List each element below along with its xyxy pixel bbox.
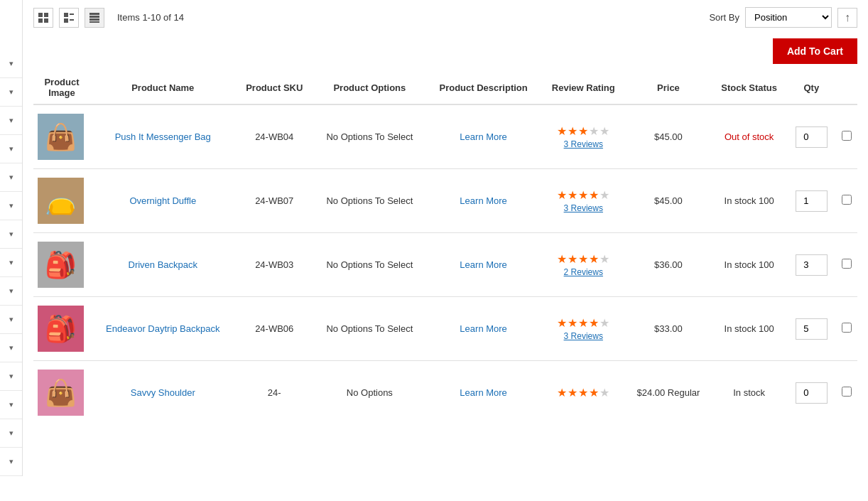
reviews-link[interactable]: 2 Reviews	[545, 267, 622, 277]
table-row: 🎒 Driven Backpack 24-WB03 No Options To …	[33, 233, 857, 297]
product-image: 🎒	[38, 306, 84, 352]
product-description-cell: Learn More	[426, 104, 541, 169]
qty-input[interactable]	[796, 254, 828, 276]
svg-rect-4	[64, 13, 68, 17]
qty-input[interactable]	[796, 382, 828, 404]
row-checkbox[interactable]	[842, 195, 852, 205]
stock-status: In stock	[733, 387, 765, 398]
qty-input[interactable]	[796, 126, 828, 148]
svg-rect-8	[89, 13, 99, 15]
stock-status: Out of stock	[725, 131, 774, 142]
learn-more-link[interactable]: Learn More	[460, 387, 506, 398]
toolbar: Items 1-10 of 14 Sort By Position Produc…	[33, 7, 857, 28]
learn-more-link[interactable]: Learn More	[460, 259, 506, 270]
bag-icon: 🎒	[45, 250, 77, 280]
col-header-description: Product Description	[426, 71, 541, 104]
bag-icon: 👜	[45, 122, 77, 152]
product-image: 👜	[38, 114, 84, 160]
product-name-link[interactable]: Push It Messenger Bag	[94, 131, 232, 142]
sidebar-item-8[interactable]: ▾	[0, 249, 22, 277]
qty-input[interactable]	[796, 318, 828, 340]
sidebar-item-9[interactable]: ▾	[0, 277, 22, 306]
sidebar-item-7[interactable]: ▾	[0, 220, 22, 249]
sidebar-item-13[interactable]: ▾	[0, 391, 22, 419]
sidebar-item-3[interactable]: ▾	[0, 107, 22, 135]
table-row: 👜 Push It Messenger Bag 24-WB04 No Optio…	[33, 104, 857, 169]
product-rating-cell: ★★★★★ 3 Reviews	[541, 104, 626, 169]
qty-input[interactable]	[796, 190, 828, 212]
product-options-cell: No Options To Select	[313, 297, 426, 361]
reviews-link[interactable]: 3 Reviews	[545, 203, 622, 213]
svg-rect-1	[44, 13, 48, 17]
product-image: 🎒	[38, 242, 84, 288]
product-name-link[interactable]: Endeavor Daytrip Backpack	[94, 323, 232, 334]
product-price-cell: $33.00	[626, 297, 711, 361]
add-to-cart-button[interactable]: Add To Cart	[773, 38, 857, 64]
product-price-cell: $45.00	[626, 104, 711, 169]
learn-more-link[interactable]: Learn More	[460, 195, 506, 206]
product-select-cell	[835, 169, 857, 233]
col-header-options: Product Options	[313, 71, 426, 104]
learn-more-link[interactable]: Learn More	[460, 323, 506, 334]
svg-rect-6	[64, 18, 68, 23]
product-image-cell: 🎒	[33, 233, 90, 297]
row-checkbox[interactable]	[842, 323, 852, 333]
product-sku-cell: 24-WB07	[236, 169, 313, 233]
view-table-button[interactable]	[85, 8, 104, 28]
product-price-cell: $36.00	[626, 233, 711, 297]
reviews-link[interactable]: 3 Reviews	[545, 139, 622, 149]
toolbar-left: Items 1-10 of 14	[33, 8, 184, 28]
svg-rect-7	[70, 19, 74, 21]
product-name-cell: Savvy Shoulder	[90, 361, 236, 425]
product-image: 👝	[38, 178, 84, 224]
sidebar-item-6[interactable]: ▾	[0, 192, 22, 220]
product-name-link[interactable]: Savvy Shoulder	[94, 387, 232, 398]
svg-rect-5	[70, 14, 74, 15]
product-stock-cell: In stock 100	[711, 169, 788, 233]
sidebar-item-4[interactable]: ▾	[0, 135, 22, 163]
view-grid-button[interactable]	[33, 8, 53, 28]
view-list-button[interactable]	[59, 8, 79, 28]
sort-direction-button[interactable]: ↑	[837, 8, 857, 28]
main-content: Items 1-10 of 14 Sort By Position Produc…	[23, 0, 868, 476]
stock-status: In stock 100	[725, 259, 774, 270]
sidebar-item-5[interactable]: ▾	[0, 163, 22, 192]
product-name-link[interactable]: Driven Backpack	[94, 259, 232, 270]
sidebar-item-1[interactable]: ▾	[0, 50, 22, 78]
stock-status: In stock 100	[725, 323, 774, 334]
product-sku-cell: 24-WB04	[236, 104, 313, 169]
sidebar-item-11[interactable]: ▾	[0, 334, 22, 362]
reviews-link[interactable]: 3 Reviews	[545, 331, 622, 341]
sidebar-item-14[interactable]: ▾	[0, 419, 22, 448]
col-header-rating: Review Rating	[541, 71, 626, 104]
sidebar-item-10[interactable]: ▾	[0, 306, 22, 334]
price-value: $24.00 Regular	[637, 387, 700, 398]
row-checkbox[interactable]	[842, 131, 852, 141]
product-stock-cell: In stock 100	[711, 233, 788, 297]
product-image-cell: 🎒	[33, 297, 90, 361]
col-header-select	[835, 71, 857, 104]
product-qty-cell	[787, 361, 835, 425]
row-checkbox[interactable]	[842, 387, 852, 397]
learn-more-link[interactable]: Learn More	[460, 131, 506, 142]
stock-status: In stock 100	[725, 195, 774, 206]
price-value: $36.00	[654, 259, 683, 270]
sort-select[interactable]: Position Product Name Price	[745, 7, 832, 28]
product-name-link[interactable]: Overnight Duffle	[94, 195, 232, 206]
product-name-cell: Driven Backpack	[90, 233, 236, 297]
star-empty: ★	[600, 189, 610, 201]
row-checkbox[interactable]	[842, 259, 852, 269]
star-empty: ★	[600, 253, 610, 265]
sidebar-item-2[interactable]: ▾	[0, 78, 22, 107]
sort-by-label: Sort By	[709, 12, 739, 23]
product-sku-cell: 24-WB03	[236, 233, 313, 297]
sidebar-item-12[interactable]: ▾	[0, 362, 22, 391]
bag-icon: 🎒	[45, 314, 77, 344]
product-qty-cell	[787, 169, 835, 233]
star-filled: ★★★★	[557, 253, 600, 265]
price-value: $33.00	[654, 323, 683, 334]
col-header-qty: Qty	[787, 71, 835, 104]
svg-rect-11	[89, 21, 99, 23]
star-empty: ★	[600, 387, 610, 399]
sidebar-item-15[interactable]: ▾	[0, 448, 22, 476]
